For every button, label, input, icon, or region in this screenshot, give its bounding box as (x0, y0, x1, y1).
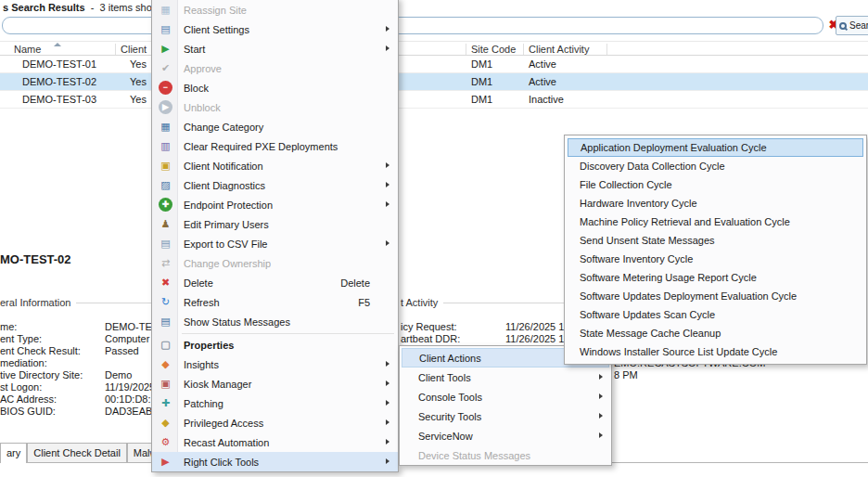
menu-item-privileged-access[interactable]: ◆Privileged Access (152, 413, 398, 432)
menu-item-label: Refresh (184, 297, 220, 308)
menu-item-console-tools[interactable]: Console Tools (400, 387, 611, 406)
menu-item-software-metering-usage-report-cycle[interactable]: Software Metering Usage Report Cycle (565, 268, 866, 287)
submenu-arrow-icon (599, 413, 603, 419)
menu-item-show-status-messages[interactable]: ▤Show Status Messages (152, 312, 398, 331)
submenu-arrow-icon (386, 240, 389, 246)
menu-item-label: Software Updates Deployment Evaluation C… (580, 290, 797, 302)
menu-item-software-inventory-cycle[interactable]: Software Inventory Cycle (565, 250, 866, 268)
menu-item-label: Block (184, 83, 209, 94)
menu-item-client-notification[interactable]: ▣Client Notification (152, 156, 398, 175)
menu-item-send-unsent-state-messages[interactable]: Send Unsent State Messages (565, 231, 866, 250)
menu-item-hardware-inventory-cycle[interactable]: Hardware Inventory Cycle (565, 194, 866, 213)
menu-item-kiosk-manager[interactable]: ▣Kiosk Manager (152, 374, 398, 393)
menu-item-windows-installer-source-list-update-cycle[interactable]: Windows Installer Source List Update Cyc… (565, 342, 866, 361)
menu-item-refresh[interactable]: ↻RefreshF5 (152, 292, 398, 312)
menu-item-label: Start (184, 44, 205, 55)
insights-icon: ◆ (159, 357, 172, 371)
field-value: DAD3EAB (105, 406, 152, 417)
menu-item-patching[interactable]: ✚Patching (152, 393, 398, 413)
column-header-client-activity[interactable]: Client Activity (529, 44, 589, 55)
column-header-client[interactable]: Client (121, 44, 147, 55)
client-settings-icon: ▤ (159, 22, 172, 36)
reassign-site-icon: ▦ (159, 3, 172, 17)
right-click-tools-icon: ▶ (159, 455, 172, 469)
menu-item-label: Approve (184, 63, 222, 74)
menu-item-label: Client Actions (419, 353, 481, 364)
menu-item-change-category[interactable]: ▦Change Category (152, 117, 398, 136)
menu-item-label: Windows Installer Source List Update Cyc… (580, 346, 777, 357)
search-icon (839, 22, 847, 30)
menu-item-label: Client Diagnostics (184, 180, 265, 191)
field-label: ent Check Result: (0, 345, 105, 357)
field-value: 00:1D:D8: (105, 393, 151, 405)
block-icon: − (159, 81, 172, 95)
menu-item-export-to-csv-file[interactable]: ▤Export to CSV File (152, 234, 398, 253)
menu-item-machine-policy-retrieval-and-evaluation-cycle[interactable]: Machine Policy Retrieval and Evaluation … (565, 213, 866, 231)
submenu-arrow-icon (386, 419, 389, 425)
menu-item-software-updates-deployment-evaluation-cycle[interactable]: Software Updates Deployment Evaluation C… (565, 287, 866, 305)
table-row[interactable]: DEMO-TEST-01YesDM1Active (0, 56, 868, 73)
menu-item-file-collection-cycle[interactable]: File Collection Cycle (565, 175, 866, 194)
submenu-arrow-icon (386, 162, 389, 168)
menu-item-label: Kiosk Manager (184, 379, 251, 390)
unblock-icon: ▶ (159, 100, 172, 114)
cell-name: DEMO-TEST-03 (22, 94, 96, 105)
menu-item-delete[interactable]: ✖DeleteDelete (152, 273, 398, 292)
field-label: tive Directory Site: (0, 369, 105, 381)
menu-item-label: Change Category (184, 122, 263, 133)
menu-item-block[interactable]: −Block (152, 78, 398, 97)
menu-item-label: File Collection Cycle (580, 179, 672, 190)
menu-item-approve: ✔Approve (152, 58, 398, 78)
menu-item-servicenow[interactable]: ServiceNow (400, 426, 611, 445)
section-title: eral Information (0, 297, 70, 308)
cell-name: DEMO-TEST-01 (22, 58, 96, 70)
privileged-access-icon: ◆ (159, 416, 172, 430)
submenu-arrow-icon (386, 361, 389, 367)
menu-item-state-message-cache-cleanup[interactable]: State Message Cache Cleanup (565, 324, 866, 342)
menu-item-security-tools[interactable]: Security Tools (400, 406, 611, 426)
column-divider (466, 44, 466, 55)
table-row[interactable]: DEMO-TEST-02YesDM1Active (0, 73, 868, 91)
menu-item-label: Client Tools (418, 372, 471, 383)
field-label: st Logon: (0, 381, 105, 393)
search-button[interactable]: Search (836, 16, 868, 35)
menu-item-client-tools[interactable]: Client Tools (400, 367, 611, 387)
menu-item-insights[interactable]: ◆Insights (152, 355, 398, 374)
menu-item-discovery-data-collection-cycle[interactable]: Discovery Data Collection Cycle (565, 157, 866, 175)
menu-item-label: State Message Cache Cleanup (580, 328, 721, 339)
tab-client-check-detail[interactable]: Client Check Detail (27, 443, 127, 462)
menu-item-label: Device Status Messages (418, 450, 530, 461)
column-header-name[interactable]: Name (14, 44, 41, 55)
menu-item-client-diagnostics[interactable]: ▨Client Diagnostics (152, 175, 398, 195)
menu-item-right-click-tools[interactable]: ▶Right Click Tools (152, 452, 398, 471)
menu-item-endpoint-protection[interactable]: ✚Endpoint Protection (152, 195, 398, 214)
menu-item-label: Software Updates Scan Cycle (580, 309, 715, 320)
column-header-site-code[interactable]: Site Code (471, 44, 516, 55)
patching-icon: ✚ (159, 396, 172, 410)
field-label: BIOS GUID: (0, 406, 105, 418)
search-button-label: Search (849, 20, 868, 31)
column-divider (115, 44, 116, 55)
menu-item-device-status-messages: Device Status Messages (400, 445, 611, 465)
menu-item-client-settings[interactable]: ▤Client Settings (152, 19, 398, 39)
menu-item-recast-automation[interactable]: ⚙Recast Automation (152, 432, 398, 452)
submenu-arrow-icon (386, 26, 389, 32)
field-value: Computer (105, 333, 149, 344)
menu-item-software-updates-scan-cycle[interactable]: Software Updates Scan Cycle (565, 305, 866, 324)
results-summary: s Search Results - 3 items shown (3, 2, 165, 13)
cell-activity: Active (529, 58, 556, 70)
tab-ary[interactable]: ary (0, 443, 27, 463)
menu-item-unblock: ▶Unblock (152, 97, 398, 117)
cell-activity: Active (529, 76, 556, 87)
table-row[interactable]: DEMO-TEST-03YesDM1Inactive (0, 91, 868, 109)
search-input[interactable] (2, 17, 823, 34)
field-label: mediation: (0, 357, 105, 369)
menu-item-start[interactable]: ▶Start (152, 39, 398, 58)
menu-item-clear-required-pxe-deployments[interactable]: ▥Clear Required PXE Deployments (152, 136, 398, 156)
menu-item-edit-primary-users[interactable]: ♟Edit Primary Users (152, 214, 398, 234)
change-category-icon: ▦ (159, 120, 172, 134)
menu-item-properties[interactable]: ▢Properties (152, 335, 398, 355)
cell-site: DM1 (471, 94, 492, 105)
submenu-arrow-icon (386, 458, 389, 464)
menu-item-application-deployment-evaluation-cycle[interactable]: Application Deployment Evaluation Cycle (568, 138, 863, 157)
